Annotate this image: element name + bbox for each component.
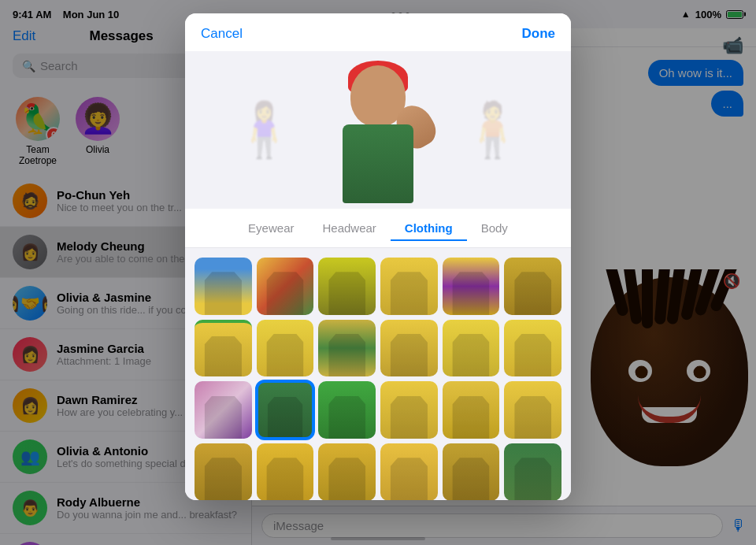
clothing-item-8[interactable]	[257, 320, 314, 377]
ipad-screen: 9:41 AM Mon Jun 10 ▲ 100% Edit Messages	[0, 0, 756, 545]
shirt-silhouette-5	[452, 272, 489, 315]
shirt-silhouette-17	[452, 396, 489, 439]
memoji-side-right: 🧍	[459, 76, 526, 184]
clothing-item-4[interactable]	[380, 258, 438, 315]
tab-headwear-label: Headwear	[322, 221, 376, 235]
clothing-item-23[interactable]	[443, 443, 500, 500]
shirt-silhouette-4	[391, 272, 428, 315]
clothing-item-19[interactable]	[195, 443, 252, 500]
shirt-silhouette-14	[268, 397, 303, 438]
clothing-item-12[interactable]	[504, 320, 561, 377]
clothing-item-3[interactable]	[318, 258, 376, 315]
clothing-item-11[interactable]	[443, 320, 500, 377]
clothing-item-10[interactable]	[380, 320, 438, 377]
shirt-silhouette-1	[205, 272, 242, 314]
shirt-silhouette-8	[266, 334, 303, 377]
clothing-item-15[interactable]	[318, 381, 376, 439]
done-button[interactable]: Done	[522, 26, 556, 42]
clothing-item-2[interactable]	[257, 258, 314, 315]
clothing-item-17[interactable]	[443, 381, 500, 439]
memoji-right-emoji: 🧍	[459, 98, 526, 161]
clothing-item-9[interactable]	[318, 320, 376, 377]
modal-header: Cancel Done	[185, 13, 571, 51]
shirt-silhouette-19	[205, 458, 242, 500]
shirt-silhouette-24	[514, 458, 551, 500]
cancel-button[interactable]: Cancel	[201, 26, 243, 42]
tab-body[interactable]: Body	[467, 217, 522, 241]
tab-clothing-label: Clothing	[405, 221, 453, 235]
clothing-item-22[interactable]	[380, 443, 438, 500]
memoji-body-main	[343, 124, 413, 203]
shirt-silhouette-6	[514, 272, 551, 314]
memoji-preview-area: 🧍‍♀️ 🧍	[185, 51, 571, 209]
clothing-item-20[interactable]	[257, 443, 314, 500]
clothing-item-14[interactable]	[257, 381, 314, 439]
shirt-silhouette-22	[391, 458, 428, 500]
clothing-item-16[interactable]	[380, 381, 438, 439]
memoji-center	[319, 55, 437, 205]
clothing-item-7[interactable]	[195, 320, 252, 377]
shirt-silhouette-2	[266, 272, 303, 315]
shirt-silhouette-11	[452, 334, 489, 377]
shirt-silhouette-9	[328, 334, 365, 376]
shirt-silhouette-13	[205, 396, 242, 439]
clothing-item-6[interactable]	[504, 258, 561, 315]
memoji-editor-modal: Cancel Done 🧍‍♀️	[185, 13, 571, 500]
clothing-item-13[interactable]	[195, 381, 252, 439]
clothing-item-5[interactable]	[443, 258, 500, 315]
shirt-silhouette-23	[452, 458, 489, 500]
shirt-silhouette-15	[328, 396, 365, 439]
clothing-item-1[interactable]	[195, 258, 252, 315]
shirt-silhouette-20	[266, 458, 303, 500]
home-indicator	[331, 537, 425, 540]
tab-headwear[interactable]: Headwear	[308, 217, 390, 241]
shirt-silhouette-7	[205, 336, 242, 376]
clothing-item-21[interactable]	[318, 443, 376, 500]
memoji-left-emoji: 🧍‍♀️	[231, 98, 298, 161]
modal-overlay: Cancel Done 🧍‍♀️	[0, 0, 756, 545]
memoji-figure	[323, 57, 433, 203]
tab-body-label: Body	[481, 221, 508, 235]
shirt-silhouette-12	[514, 334, 551, 376]
shirt-silhouette-21	[328, 458, 365, 500]
shirt-silhouette-18	[514, 396, 551, 439]
clothing-item-18[interactable]	[504, 381, 561, 439]
shirt-silhouette-16	[391, 396, 428, 439]
tab-eyewear[interactable]: Eyewear	[234, 217, 308, 241]
memoji-side-left: 🧍‍♀️	[231, 76, 298, 184]
tab-eyewear-label: Eyewear	[248, 221, 294, 235]
shirt-silhouette-10	[391, 334, 428, 377]
modal-tabs: Eyewear Headwear Clothing Body	[185, 209, 571, 248]
clothing-item-24[interactable]	[504, 443, 561, 500]
tab-clothing[interactable]: Clothing	[391, 217, 467, 241]
shirt-silhouette-3	[328, 272, 365, 314]
clothing-grid	[185, 248, 571, 500]
